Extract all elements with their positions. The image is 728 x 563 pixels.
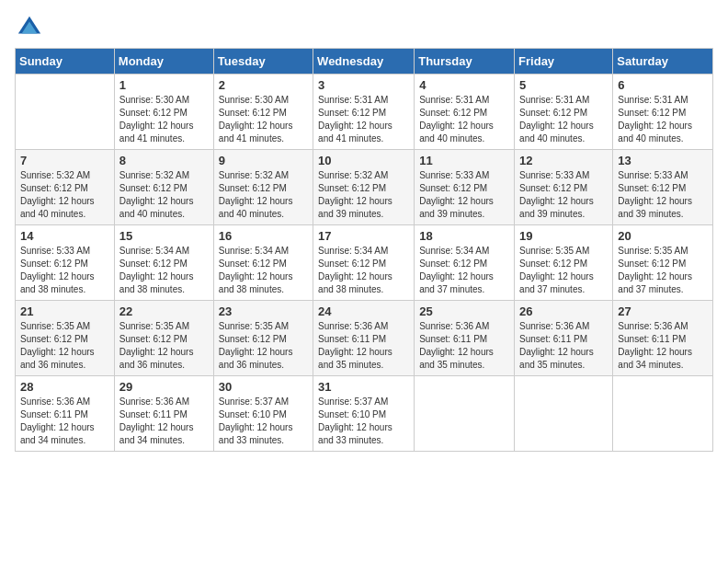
- calendar-cell: 21Sunrise: 5:35 AMSunset: 6:12 PMDayligh…: [16, 301, 115, 376]
- day-info: Sunrise: 5:36 AMSunset: 6:11 PMDaylight:…: [20, 396, 109, 447]
- day-number: 2: [219, 78, 308, 92]
- day-info: Sunrise: 5:33 AMSunset: 6:12 PMDaylight:…: [419, 169, 509, 221]
- day-info: Sunrise: 5:33 AMSunset: 6:12 PMDaylight:…: [519, 169, 608, 221]
- logo-icon: [17, 15, 42, 40]
- calendar-cell: 30Sunrise: 5:37 AMSunset: 6:10 PMDayligh…: [213, 376, 313, 452]
- day-info: Sunrise: 5:33 AMSunset: 6:12 PMDaylight:…: [20, 245, 109, 296]
- day-number: 17: [318, 229, 409, 243]
- calendar-cell: 15Sunrise: 5:34 AMSunset: 6:12 PMDayligh…: [114, 225, 213, 301]
- day-info: Sunrise: 5:35 AMSunset: 6:12 PMDaylight:…: [119, 320, 209, 372]
- calendar-cell: 2Sunrise: 5:30 AMSunset: 6:12 PMDaylight…: [213, 75, 313, 150]
- day-number: 10: [318, 154, 409, 167]
- day-number: 19: [519, 229, 608, 243]
- calendar-cell: 8Sunrise: 5:32 AMSunset: 6:12 PMDaylight…: [114, 150, 213, 225]
- day-info: Sunrise: 5:37 AMSunset: 6:10 PMDaylight:…: [318, 396, 409, 447]
- day-number: 13: [618, 154, 708, 167]
- calendar-cell: 24Sunrise: 5:36 AMSunset: 6:11 PMDayligh…: [313, 301, 415, 376]
- calendar-cell: 5Sunrise: 5:31 AMSunset: 6:12 PMDaylight…: [515, 75, 613, 150]
- calendar-body: 1Sunrise: 5:30 AMSunset: 6:12 PMDaylight…: [16, 75, 713, 452]
- calendar-cell: 12Sunrise: 5:33 AMSunset: 6:12 PMDayligh…: [515, 150, 613, 225]
- page-header: [15, 15, 713, 40]
- week-row-3: 21Sunrise: 5:35 AMSunset: 6:12 PMDayligh…: [16, 301, 713, 376]
- calendar-cell: 7Sunrise: 5:32 AMSunset: 6:12 PMDaylight…: [16, 150, 115, 225]
- day-number: 9: [219, 154, 308, 167]
- day-number: 22: [119, 304, 209, 318]
- calendar-cell: 4Sunrise: 5:31 AMSunset: 6:12 PMDaylight…: [415, 75, 515, 150]
- calendar-cell: [515, 376, 613, 452]
- day-number: 15: [119, 229, 209, 243]
- calendar-cell: 23Sunrise: 5:35 AMSunset: 6:12 PMDayligh…: [213, 301, 313, 376]
- calendar-cell: 13Sunrise: 5:33 AMSunset: 6:12 PMDayligh…: [613, 150, 713, 225]
- week-row-2: 14Sunrise: 5:33 AMSunset: 6:12 PMDayligh…: [16, 225, 713, 301]
- day-number: 28: [20, 380, 109, 394]
- day-info: Sunrise: 5:36 AMSunset: 6:11 PMDaylight:…: [318, 320, 409, 372]
- day-info: Sunrise: 5:34 AMSunset: 6:12 PMDaylight:…: [219, 245, 308, 296]
- day-info: Sunrise: 5:32 AMSunset: 6:12 PMDaylight:…: [119, 169, 209, 221]
- col-monday: Monday: [114, 49, 213, 75]
- day-number: 18: [419, 229, 509, 243]
- day-info: Sunrise: 5:33 AMSunset: 6:12 PMDaylight:…: [618, 169, 708, 221]
- calendar-cell: 20Sunrise: 5:35 AMSunset: 6:12 PMDayligh…: [613, 225, 713, 301]
- day-info: Sunrise: 5:36 AMSunset: 6:11 PMDaylight:…: [119, 396, 209, 447]
- calendar-cell: 18Sunrise: 5:34 AMSunset: 6:12 PMDayligh…: [415, 225, 515, 301]
- calendar-cell: 16Sunrise: 5:34 AMSunset: 6:12 PMDayligh…: [213, 225, 313, 301]
- week-row-4: 28Sunrise: 5:36 AMSunset: 6:11 PMDayligh…: [16, 376, 713, 452]
- calendar-cell: 3Sunrise: 5:31 AMSunset: 6:12 PMDaylight…: [313, 75, 415, 150]
- logo: [15, 15, 42, 40]
- calendar-table: Sunday Monday Tuesday Wednesday Thursday…: [15, 48, 713, 452]
- day-info: Sunrise: 5:35 AMSunset: 6:12 PMDaylight:…: [618, 245, 708, 296]
- day-info: Sunrise: 5:31 AMSunset: 6:12 PMDaylight:…: [419, 94, 509, 145]
- col-saturday: Saturday: [613, 49, 713, 75]
- day-number: 20: [618, 229, 708, 243]
- day-info: Sunrise: 5:36 AMSunset: 6:11 PMDaylight:…: [618, 320, 708, 372]
- week-row-1: 7Sunrise: 5:32 AMSunset: 6:12 PMDaylight…: [16, 150, 713, 225]
- calendar-cell: 10Sunrise: 5:32 AMSunset: 6:12 PMDayligh…: [313, 150, 415, 225]
- day-info: Sunrise: 5:31 AMSunset: 6:12 PMDaylight:…: [519, 94, 608, 145]
- day-info: Sunrise: 5:36 AMSunset: 6:11 PMDaylight:…: [419, 320, 509, 372]
- day-number: 16: [219, 229, 308, 243]
- calendar-cell: 6Sunrise: 5:31 AMSunset: 6:12 PMDaylight…: [613, 75, 713, 150]
- day-number: 4: [419, 78, 509, 92]
- calendar-cell: 11Sunrise: 5:33 AMSunset: 6:12 PMDayligh…: [415, 150, 515, 225]
- calendar-cell: [16, 75, 115, 150]
- day-number: 21: [20, 304, 109, 318]
- day-info: Sunrise: 5:37 AMSunset: 6:10 PMDaylight:…: [219, 396, 308, 447]
- day-info: Sunrise: 5:34 AMSunset: 6:12 PMDaylight:…: [419, 245, 509, 296]
- col-wednesday: Wednesday: [313, 49, 415, 75]
- col-thursday: Thursday: [415, 49, 515, 75]
- day-number: 24: [318, 304, 409, 318]
- day-number: 30: [219, 380, 308, 394]
- day-info: Sunrise: 5:35 AMSunset: 6:12 PMDaylight:…: [20, 320, 109, 372]
- day-number: 1: [119, 78, 209, 92]
- col-friday: Friday: [515, 49, 613, 75]
- day-info: Sunrise: 5:34 AMSunset: 6:12 PMDaylight:…: [318, 245, 409, 296]
- calendar-cell: 22Sunrise: 5:35 AMSunset: 6:12 PMDayligh…: [114, 301, 213, 376]
- day-info: Sunrise: 5:31 AMSunset: 6:12 PMDaylight:…: [618, 94, 708, 145]
- day-info: Sunrise: 5:30 AMSunset: 6:12 PMDaylight:…: [119, 94, 209, 145]
- calendar-cell: 27Sunrise: 5:36 AMSunset: 6:11 PMDayligh…: [613, 301, 713, 376]
- day-info: Sunrise: 5:31 AMSunset: 6:12 PMDaylight:…: [318, 94, 409, 145]
- day-info: Sunrise: 5:36 AMSunset: 6:11 PMDaylight:…: [519, 320, 608, 372]
- calendar-cell: 17Sunrise: 5:34 AMSunset: 6:12 PMDayligh…: [313, 225, 415, 301]
- calendar-cell: [415, 376, 515, 452]
- calendar-cell: 14Sunrise: 5:33 AMSunset: 6:12 PMDayligh…: [16, 225, 115, 301]
- day-number: 7: [20, 154, 109, 167]
- day-info: Sunrise: 5:30 AMSunset: 6:12 PMDaylight:…: [219, 94, 308, 145]
- calendar-cell: 31Sunrise: 5:37 AMSunset: 6:10 PMDayligh…: [313, 376, 415, 452]
- day-info: Sunrise: 5:32 AMSunset: 6:12 PMDaylight:…: [20, 169, 109, 221]
- col-sunday: Sunday: [16, 49, 115, 75]
- calendar-cell: 26Sunrise: 5:36 AMSunset: 6:11 PMDayligh…: [515, 301, 613, 376]
- calendar-cell: 28Sunrise: 5:36 AMSunset: 6:11 PMDayligh…: [16, 376, 115, 452]
- day-info: Sunrise: 5:34 AMSunset: 6:12 PMDaylight:…: [119, 245, 209, 296]
- calendar-cell: 25Sunrise: 5:36 AMSunset: 6:11 PMDayligh…: [415, 301, 515, 376]
- col-tuesday: Tuesday: [213, 49, 313, 75]
- day-number: 14: [20, 229, 109, 243]
- week-row-0: 1Sunrise: 5:30 AMSunset: 6:12 PMDaylight…: [16, 75, 713, 150]
- day-number: 8: [119, 154, 209, 167]
- calendar-cell: 29Sunrise: 5:36 AMSunset: 6:11 PMDayligh…: [114, 376, 213, 452]
- calendar-cell: 9Sunrise: 5:32 AMSunset: 6:12 PMDaylight…: [213, 150, 313, 225]
- day-info: Sunrise: 5:32 AMSunset: 6:12 PMDaylight:…: [219, 169, 308, 221]
- header-row: Sunday Monday Tuesday Wednesday Thursday…: [16, 49, 713, 75]
- day-number: 25: [419, 304, 509, 318]
- day-number: 3: [318, 78, 409, 92]
